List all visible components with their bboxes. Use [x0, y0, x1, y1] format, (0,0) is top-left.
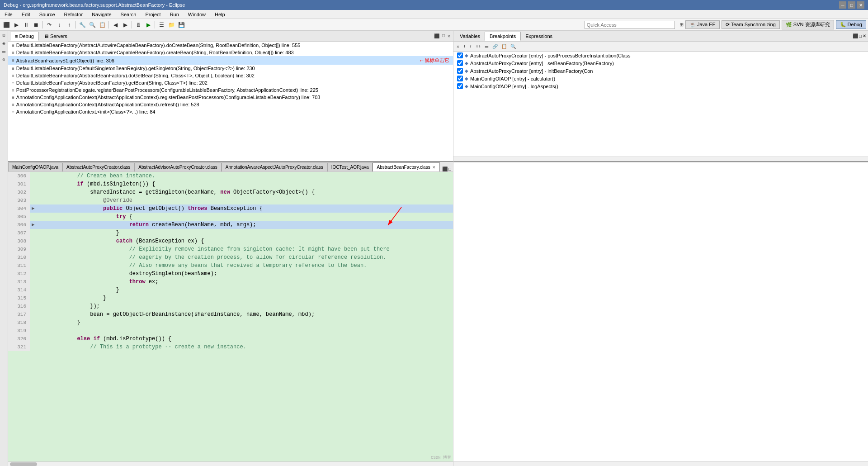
- panel-max-icon[interactable]: □: [859, 33, 862, 38]
- code-editor[interactable]: 300 // Create bean instance. 301 if (mbd…: [8, 172, 453, 466]
- toolbar-btn-4[interactable]: ⏹: [32, 20, 41, 29]
- toolbar-btn-3[interactable]: ⏸: [22, 20, 31, 29]
- stack-row-2[interactable]: ≡ AbstractBeanFactory$1.getObject() line…: [8, 56, 453, 65]
- code-line-319: 319: [8, 327, 453, 335]
- toolbar-btn-11[interactable]: ☰: [157, 20, 166, 29]
- right-bottom-hscroll[interactable]: [453, 461, 868, 466]
- debug-expand-icon[interactable]: □: [441, 33, 446, 40]
- perspective-team-sync[interactable]: ⟳ Team Synchronizing: [722, 20, 780, 29]
- var-row-3[interactable]: ◆ MainConfigOfAOP [entry] - calculator(): [453, 75, 868, 82]
- var-checkbox-2[interactable]: [457, 68, 463, 74]
- toolbar-btn-5[interactable]: 🔧: [78, 20, 87, 29]
- vars-tool-3[interactable]: ⬆: [468, 43, 473, 50]
- editor-max-icon[interactable]: □: [448, 166, 451, 171]
- var-checkbox-4[interactable]: [457, 83, 463, 89]
- var-row-0[interactable]: ◆ AbstractAutoProxyCreator [entry] - pos…: [453, 52, 868, 59]
- toolbar-btn-9[interactable]: ▶: [121, 20, 130, 29]
- var-row-2[interactable]: ◆ AbstractAutoProxyCreator [entry] - ini…: [453, 67, 868, 75]
- code-tab-3[interactable]: AnnotationAwareAspectJAutoProxyCreator.c…: [222, 162, 327, 171]
- tab-expressions[interactable]: Expressions: [521, 32, 557, 41]
- menu-search[interactable]: Search: [118, 11, 139, 18]
- line-content-301: if (mbd.isSingleton()) {: [36, 180, 155, 188]
- perspective-java-ee[interactable]: ☕ Java EE: [685, 20, 720, 29]
- toolbar-btn-1[interactable]: ⬛: [2, 20, 11, 29]
- perspective-svn[interactable]: 🌿 SVN 资源库研究: [782, 20, 834, 29]
- code-tab-1[interactable]: AbstractAutoProxyCreator.class: [62, 162, 134, 171]
- code-tab-5[interactable]: AbstractBeanFactory.class ✕: [373, 162, 439, 171]
- menu-run[interactable]: Run: [167, 11, 182, 18]
- menu-help[interactable]: Help: [212, 11, 228, 18]
- toolbar-btn-2[interactable]: ▶: [12, 20, 21, 29]
- minimize-button[interactable]: ─: [839, 1, 846, 9]
- vars-tool-1[interactable]: ✕: [455, 43, 461, 50]
- tab-servers[interactable]: 🖥 Servers: [39, 32, 72, 41]
- menu-project[interactable]: Project: [142, 11, 163, 18]
- vars-tool-2[interactable]: ⬇: [462, 43, 467, 50]
- editor-min-icon[interactable]: ⬛: [442, 166, 448, 171]
- toolbar-step-into[interactable]: ↓: [55, 20, 64, 29]
- toolbar-btn-6[interactable]: 🔍: [88, 20, 97, 29]
- scrollbar-thumb[interactable]: [10, 462, 37, 466]
- code-tab-0[interactable]: MainConfigOfAOP.java: [8, 162, 62, 171]
- toolbar-step-over[interactable]: ↷: [45, 20, 54, 29]
- var-checkbox-1[interactable]: [457, 60, 463, 66]
- line-marker-318: [30, 319, 36, 327]
- stack-row-3[interactable]: ≡ DefaultListableBeanFactory(DefaultSing…: [8, 65, 453, 72]
- var-checkbox-3[interactable]: [457, 76, 463, 81]
- toolbar-btn-12[interactable]: 📁: [167, 20, 176, 29]
- menu-navigate[interactable]: Navigate: [89, 11, 114, 18]
- menu-refactor[interactable]: Refactor: [61, 11, 86, 18]
- sidebar-icon-4[interactable]: ⚙: [0, 56, 8, 63]
- stack-row-5[interactable]: ≡ DefaultListableBeanFactory(AbstractBea…: [8, 79, 453, 86]
- horizontal-scrollbar[interactable]: [8, 461, 453, 466]
- tab-variables[interactable]: Variables: [455, 32, 485, 41]
- toolbar-btn-13[interactable]: 💾: [177, 20, 186, 29]
- debug-close-icon[interactable]: ✕: [447, 33, 451, 40]
- stack-row-6[interactable]: ≡ PostProcessorRegistrationDelegate.regi…: [8, 86, 453, 94]
- vars-tool-7[interactable]: 📋: [500, 43, 508, 50]
- quick-access-input[interactable]: [585, 21, 675, 29]
- code-tab-4[interactable]: IOCTest_AOP.java: [327, 162, 373, 171]
- right-bottom-panel: [453, 162, 868, 466]
- panel-close-icon[interactable]: ✕: [863, 33, 866, 38]
- stack-row-4[interactable]: ≡ DefaultListableBeanFactory(AbstractBea…: [8, 72, 453, 79]
- menu-source[interactable]: Source: [37, 11, 58, 18]
- vars-tool-8[interactable]: 🔍: [509, 43, 517, 50]
- debug-panel: ≡ Debug 🖥 Servers ⬛ □ ✕ ≡ DefaultListabl…: [8, 31, 453, 162]
- sidebar-icon-1[interactable]: ⊞: [0, 32, 8, 39]
- perspective-debug[interactable]: 🐛 Debug: [836, 20, 866, 29]
- menu-edit[interactable]: Edit: [19, 11, 33, 18]
- stack-row-1[interactable]: ≡ DefaultListableBeanFactory(AbstractAut…: [8, 49, 453, 56]
- debug-minimize-icon[interactable]: ⬛: [433, 33, 440, 40]
- vars-tool-5[interactable]: ☰: [483, 43, 490, 50]
- menu-file[interactable]: File: [2, 11, 15, 18]
- maximize-button[interactable]: □: [848, 1, 855, 9]
- code-line-302: 302 sharedInstance = getSingleton(beanNa…: [8, 188, 453, 196]
- stack-row-8[interactable]: ≡ AnnotationConfigApplicationContext(Abs…: [8, 101, 453, 108]
- stack-row-7[interactable]: ≡ AnnotationConfigApplicationContext(Abs…: [8, 94, 453, 101]
- vars-tool-4[interactable]: ⬇⬇: [474, 43, 482, 50]
- var-row-1[interactable]: ◆ AbstractAutoProxyCreator [entry] - set…: [453, 59, 868, 67]
- toolbar-run-btn[interactable]: ▶: [144, 20, 153, 29]
- panel-min-icon[interactable]: ⬛: [853, 33, 858, 38]
- stack-row-9[interactable]: ≡ AnnotationConfigApplicationContext.<in…: [8, 108, 453, 115]
- toolbar-btn-8[interactable]: ◀: [111, 20, 120, 29]
- close-tab-icon[interactable]: ✕: [432, 165, 436, 170]
- sidebar-icon-3[interactable]: ☰: [0, 48, 8, 55]
- line-num-309: 309: [8, 245, 30, 253]
- sidebar-icon-2[interactable]: ◉: [0, 40, 8, 47]
- stack-row-0[interactable]: ≡ DefaultListableBeanFactory(AbstractAut…: [8, 42, 453, 49]
- close-button[interactable]: ✕: [857, 1, 864, 9]
- tab-debug[interactable]: ≡ Debug: [10, 32, 39, 41]
- vars-tool-6[interactable]: 🔗: [491, 43, 499, 50]
- code-tab-2[interactable]: AbstractAdvisorAutoProxyCreator.class: [134, 162, 222, 171]
- var-checkbox-0[interactable]: [457, 52, 463, 58]
- menu-window[interactable]: Window: [185, 11, 208, 18]
- toolbar-btn-7[interactable]: 📋: [98, 20, 107, 29]
- open-perspective-icon[interactable]: ⊞: [679, 22, 684, 28]
- toolbar-btn-10[interactable]: 🖥: [134, 20, 143, 29]
- right-top-hscroll[interactable]: [453, 157, 868, 161]
- tab-breakpoints[interactable]: Breakpoints: [485, 32, 521, 41]
- toolbar-step-return[interactable]: ↑: [65, 20, 74, 29]
- var-row-4[interactable]: ◆ MainConfigOfAOP [entry] - logAspects(): [453, 82, 868, 90]
